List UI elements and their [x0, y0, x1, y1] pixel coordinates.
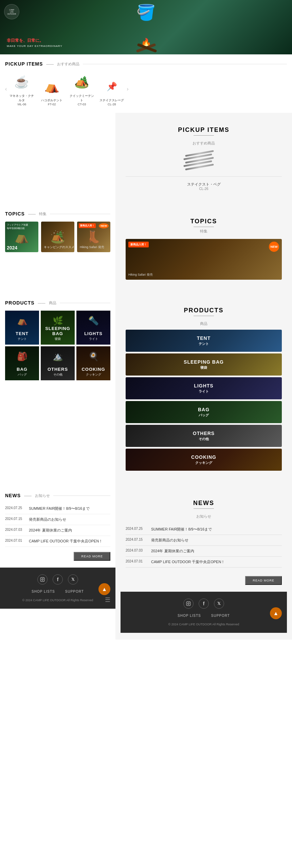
product-banner-bag-text: BAG バッグ: [198, 407, 209, 418]
topics-right-subtitle: 特集: [126, 229, 282, 234]
product-banner-others-text: OTHERS その他: [193, 431, 215, 441]
facebook-icon[interactable]: f: [53, 574, 63, 585]
hero-banner: CAMPLIFEOUTDOOR 🪣 🔥 非日常を、日常に。 MAKE YOUR …: [0, 0, 292, 54]
menu-icon[interactable]: ☰: [105, 596, 110, 604]
news-right-item-1[interactable]: 2024.07.15 発売新商品のお知らせ: [126, 535, 282, 546]
pickup-prev-arrow[interactable]: ‹: [5, 86, 7, 92]
peg-name: ステイクスト・ベグ: [126, 182, 282, 187]
pickup-item-2[interactable]: 🏕️ クイックミーテント CT-03: [69, 72, 95, 106]
products-row: PRODUCTS —— 商品 ⛺ TENT テント 🌿: [0, 293, 292, 486]
product-label-lights: LIGHTS ライト: [76, 331, 110, 341]
read-more-button[interactable]: READ MORE: [74, 552, 110, 561]
news-subtitle-divider: ——: [24, 493, 32, 498]
col-left-news: NEWS —— お知らせ 2024.07.25 SUMMER FAIR開催！8/…: [0, 486, 115, 640]
topics-right-content: TOPICS 特集 新商品入荷！ NEW 👢 Hiking Safari 発売: [121, 211, 287, 287]
pickup-right-subtitle: おすすめ商品: [126, 141, 282, 146]
product-cell-cooking[interactable]: 🍳 COOKING クッキング: [76, 346, 110, 380]
pickup-subtitle: おすすめ商品: [57, 62, 79, 67]
hero-tagline-jp: 非日常を、日常に。: [7, 38, 62, 44]
news-right-date-0: 2024.07.25: [126, 527, 148, 531]
topic-card-2[interactable]: 👢 新商品入荷！ NEW Hiking Safari 発売: [77, 222, 110, 252]
product-banner-others[interactable]: OTHERS その他: [126, 425, 282, 447]
news-date-1: 2024.07.15: [5, 517, 25, 521]
news-right-item-2[interactable]: 2024.07.03 2024年 夏期休業のご案内: [126, 546, 282, 557]
topic-0-year: 2024: [7, 245, 17, 250]
footer-links-right: SHOP LISTS SUPPORT: [126, 614, 282, 618]
twitter-icon[interactable]: 𝕏: [68, 574, 78, 585]
footer-copyright-right: © 2024 CAMP LIFE OUTDOOR All Rights Rese…: [126, 623, 282, 626]
svg-point-5: [189, 602, 190, 603]
pickup-item-1-name: ハコポルテント: [39, 98, 65, 103]
product-cell-tent[interactable]: ⛺ TENT テント: [5, 311, 39, 345]
pickup-item-2-code: CT-03: [69, 103, 95, 106]
news-title-3: CAMP LIFE OUTDOOR 千葉中央店OPEN！: [29, 539, 103, 544]
support-link[interactable]: SUPPORT: [65, 590, 84, 593]
scroll-top-button[interactable]: ▲: [98, 583, 110, 595]
col-right-news: NEWS お知らせ 2024.07.25 SUMMER FAIR開催！8/9〜8…: [115, 486, 292, 640]
pickup-item-3[interactable]: 📌 ステイクスレーグ CL-28: [98, 76, 125, 106]
products-right-subtitle: 商品: [126, 321, 282, 326]
topic-card-1[interactable]: 🏕️ キャンピングのススメ: [41, 222, 74, 252]
topics-banner-text: Hiking Safari 発売: [128, 273, 153, 277]
topic-card-0[interactable]: ⛺ フッドアウトア初夏毎年恒例3種比較 2024: [5, 222, 38, 252]
product-banner-lights[interactable]: LIGHTS ライト: [126, 377, 282, 399]
product-cell-others[interactable]: 🏔️ OTHERS その他: [41, 346, 75, 380]
news-right-date-3: 2024.07.01: [126, 559, 148, 563]
instagram-icon[interactable]: [37, 574, 48, 585]
product-banner-sleeping[interactable]: SLEEPING BAG 寝袋: [126, 353, 282, 376]
pickup-next-arrow[interactable]: ›: [127, 86, 128, 92]
news-clearfix: READ MORE: [5, 547, 110, 561]
col-left-topics: TOPICS —— 特集 ⛺ フッドアウトア初夏毎年恒例3種比較 2024 🏕️…: [0, 204, 115, 293]
product-banner-tent[interactable]: TENT テント: [126, 330, 282, 352]
topics-row: TOPICS —— 特集 ⛺ フッドアウトア初夏毎年恒例3種比較 2024 🏕️…: [0, 204, 292, 293]
news-title-2: 2024年 夏期休業のご案内: [29, 528, 72, 533]
pickup-items-grid: ☕ マキネッタ・クチルタ ML-06 ⛺ ハコポルテント FT-02 🏕️ クイ…: [8, 72, 125, 106]
news-right-title-2: 2024年 夏期休業のご案内: [151, 549, 194, 554]
topics-banner-new-badge: NEW: [269, 242, 279, 252]
news-item-3[interactable]: 2024.07.01 CAMP LIFE OUTDOOR 千葉中央店OPEN！: [5, 536, 110, 547]
news-right-divider: [194, 508, 214, 509]
product-label-bag: BAG バッグ: [5, 367, 39, 377]
col-right-products: PRODUCTS 商品 TENT テント SLEEPING BAG 寝袋 LIG…: [115, 293, 292, 486]
product-banner-lights-text: LIGHTS ライト: [194, 383, 213, 394]
products-title: PRODUCTS: [5, 300, 35, 306]
topics-subtitle: 特集: [39, 211, 47, 216]
topic-2-label: Hiking Safari 発売: [80, 245, 104, 249]
pickup-item-1-code: FT-02: [39, 103, 65, 106]
pickup-items-wrapper: ‹ ☕ マキネッタ・クチルタ ML-06 ⛺ ハコポルテント FT-02 🏕️ …: [5, 72, 287, 106]
twitter-icon-right[interactable]: 𝕏: [214, 598, 224, 609]
pickup-item-0[interactable]: ☕ マキネッタ・クチルタ ML-06: [8, 72, 35, 106]
pickup-divider: [83, 64, 287, 64]
products-title-row: PRODUCTS —— 商品: [5, 300, 110, 306]
support-link-right[interactable]: SUPPORT: [211, 614, 230, 618]
news-subtitle: お知らせ: [35, 493, 50, 498]
product-banner-bag[interactable]: BAG バッグ: [126, 401, 282, 423]
shop-lists-link[interactable]: SHOP LISTS: [32, 590, 55, 593]
product-cell-sleeping[interactable]: 🌿 SLEEPING BAG 寝袋: [41, 311, 75, 345]
product-label-others: OTHERS その他: [41, 367, 75, 377]
read-more-button-right[interactable]: READ MORE: [245, 576, 282, 585]
product-cell-bag[interactable]: 🎒 BAG バッグ: [5, 346, 39, 380]
news-row: NEWS —— お知らせ 2024.07.25 SUMMER FAIR開催！8/…: [0, 486, 292, 640]
news-date-0: 2024.07.25: [5, 506, 25, 510]
product-cell-lights[interactable]: 🔦 LIGHTS ライト: [76, 311, 110, 345]
footer-right: f 𝕏 SHOP LISTS SUPPORT © 2024 CAMP LIFE …: [121, 592, 287, 633]
topics-right-banner[interactable]: 新商品入荷！ NEW 👢 Hiking Safari 発売: [126, 239, 282, 280]
svg-point-2: [43, 578, 44, 578]
news-item-2[interactable]: 2024.07.03 2024年 夏期休業のご案内: [5, 525, 110, 536]
topics-grid: ⛺ フッドアウトア初夏毎年恒例3種比較 2024 🏕️ キャンピングのススメ 👢…: [5, 222, 110, 252]
instagram-icon-right[interactable]: [183, 598, 194, 609]
products-right-divider: [194, 316, 214, 316]
facebook-icon-right[interactable]: f: [199, 598, 209, 609]
news-right-item-0[interactable]: 2024.07.25 SUMMER FAIR開催！8/9〜8/16まで: [126, 524, 282, 535]
stainless-pegs-visual: [183, 151, 224, 171]
products-subtitle-divider: ——: [38, 301, 45, 305]
pickup-item-1[interactable]: ⛺ ハコポルテント FT-02: [39, 76, 65, 106]
news-item-0[interactable]: 2024.07.25 SUMMER FAIR開催！8/9〜8/16まで: [5, 503, 110, 514]
shop-lists-link-right[interactable]: SHOP LISTS: [178, 614, 201, 618]
scroll-top-button-right[interactable]: ▲: [270, 607, 282, 619]
product-banner-cooking[interactable]: COOKING クッキング: [126, 449, 282, 471]
news-item-1[interactable]: 2024.07.15 発売新商品のお知らせ: [5, 514, 110, 525]
topic-2-badge: 新商品入荷！: [79, 223, 96, 228]
news-right-item-3[interactable]: 2024.07.01 CAMP LIFE OUTDOOR 千葉中央店OPEN！: [126, 557, 282, 568]
